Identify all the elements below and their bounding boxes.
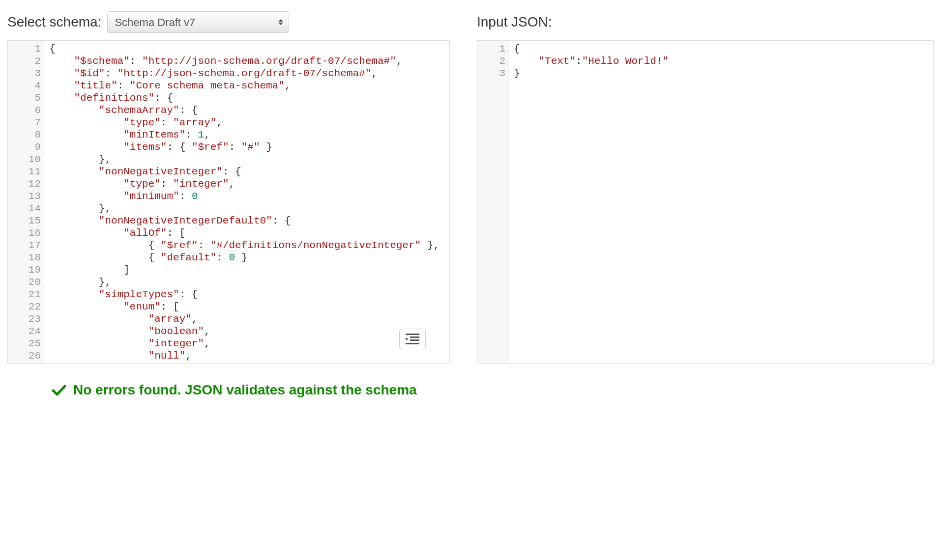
input-label: Input JSON: xyxy=(477,14,552,30)
svg-marker-1 xyxy=(406,337,409,340)
indent-icon xyxy=(406,334,419,344)
schema-code[interactable]: { "$schema": "http://json-schema.org/dra… xyxy=(44,41,449,363)
validation-status: No errors found. JSON validates against … xyxy=(52,382,934,398)
format-button[interactable] xyxy=(399,329,426,349)
schema-select[interactable]: Schema Draft v7 xyxy=(107,11,289,33)
status-text: No errors found. JSON validates against … xyxy=(73,382,417,398)
schema-gutter: 1234567891011121314151617181920212223242… xyxy=(8,41,44,363)
check-icon xyxy=(52,384,66,396)
schema-label: Select schema: xyxy=(7,14,101,30)
svg-rect-2 xyxy=(410,336,419,338)
svg-rect-4 xyxy=(406,343,419,344)
svg-rect-0 xyxy=(406,334,419,335)
svg-rect-3 xyxy=(410,339,419,341)
input-code[interactable]: { "Text":"Hello World!"} xyxy=(509,41,933,363)
input-editor[interactable]: 123 { "Text":"Hello World!"} xyxy=(477,40,934,364)
schema-editor[interactable]: 1234567891011121314151617181920212223242… xyxy=(7,40,450,364)
input-gutter: 123 xyxy=(477,41,509,363)
